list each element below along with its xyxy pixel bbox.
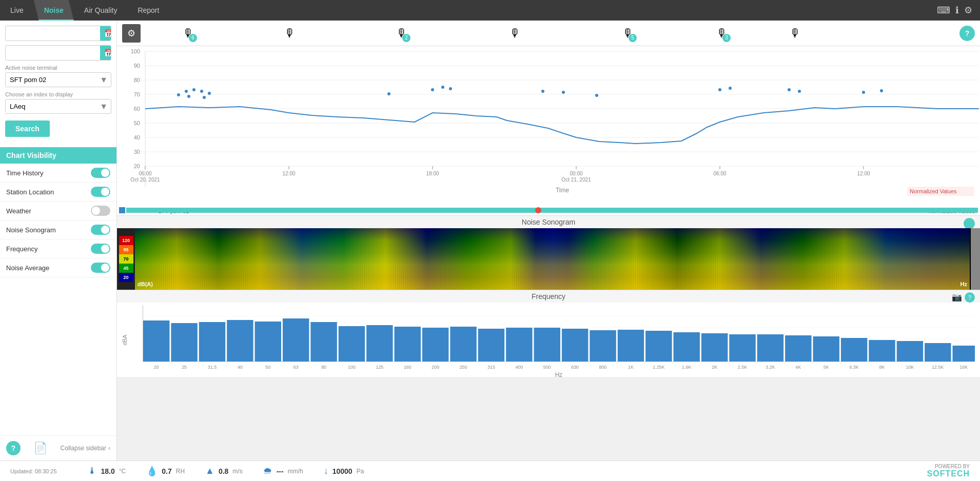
temperature-unit: °C bbox=[119, 468, 126, 475]
mic-station-7[interactable]: 🎙 bbox=[762, 27, 829, 40]
mic-icon-wrap-1: 🎙 6 bbox=[183, 27, 194, 40]
sonogram-toggle-btn[interactable] bbox=[964, 218, 975, 229]
sidebar-controls: 10-20-2021 📅 10-27-2021 📅 Active noise t… bbox=[0, 21, 116, 142]
keyboard-icon[interactable]: ⌨ bbox=[937, 5, 950, 16]
search-button[interactable]: Search bbox=[5, 121, 50, 137]
svg-text:80: 80 bbox=[321, 365, 326, 370]
rain-item: 🌧 --- mm/h bbox=[263, 466, 303, 476]
temperature-item: 🌡 18.0 °C bbox=[88, 466, 126, 476]
tab-report[interactable]: Report bbox=[127, 0, 169, 21]
svg-point-50 bbox=[718, 88, 721, 91]
svg-text:25: 25 bbox=[182, 365, 187, 370]
svg-point-53 bbox=[798, 90, 801, 93]
toggle-station-location[interactable] bbox=[91, 187, 110, 197]
sonogram-section: Noise Sonogram 120 95 70 45 20 bbox=[117, 215, 980, 290]
svg-rect-97 bbox=[925, 343, 951, 362]
chart-toolbar: ⚙ 🎙 6 🎙 🎙 2 🎙 bbox=[117, 21, 980, 46]
toolbar-gear-btn[interactable]: ⚙ bbox=[122, 24, 141, 43]
svg-text:80: 80 bbox=[134, 77, 140, 83]
svg-text:18:00: 18:00 bbox=[426, 171, 439, 176]
mic-station-6[interactable]: 🎙 3 bbox=[686, 27, 758, 40]
svg-rect-77 bbox=[366, 325, 393, 362]
svg-text:250: 250 bbox=[460, 365, 467, 370]
toolbar-help-btn[interactable]: ? bbox=[959, 26, 975, 41]
svg-rect-76 bbox=[339, 326, 365, 362]
terminal-label: Active noise terminal bbox=[5, 65, 111, 71]
sonogram-scrollbar[interactable] bbox=[971, 228, 980, 290]
date-to-field[interactable]: 10-27-2021 📅 bbox=[5, 45, 111, 61]
info-icon[interactable]: ℹ bbox=[955, 5, 959, 16]
timeline-marker[interactable] bbox=[535, 207, 541, 213]
svg-text:630: 630 bbox=[571, 365, 579, 370]
svg-point-52 bbox=[788, 88, 791, 91]
terminal-select-wrapper[interactable]: SFT pom 02 ▼ bbox=[5, 72, 111, 87]
toggle-noise-average[interactable] bbox=[91, 263, 110, 273]
temperature-value: 18.0 bbox=[101, 467, 115, 475]
chart-visibility-header: Chart Visibility bbox=[0, 147, 116, 164]
date-from-calendar-btn[interactable]: 📅 bbox=[100, 26, 111, 41]
svg-rect-90 bbox=[729, 334, 755, 362]
date-to-calendar-btn[interactable]: 📅 bbox=[100, 46, 111, 60]
svg-rect-89 bbox=[701, 333, 728, 362]
svg-text:Oct 21, 2021: Oct 21, 2021 bbox=[561, 177, 591, 183]
svg-text:Normalized Values: Normalized Values bbox=[910, 188, 957, 194]
time-history-svg: 100 90 80 70 60 50 40 30 20 bbox=[117, 46, 980, 205]
toggle-label-noise-sonogram: Noise Sonogram bbox=[6, 226, 56, 234]
frequency-title: Frequency bbox=[532, 292, 565, 300]
svg-text:50: 50 bbox=[265, 365, 270, 370]
timeline-bar[interactable] bbox=[126, 208, 978, 213]
mic-station-3[interactable]: 🎙 2 bbox=[348, 27, 456, 40]
settings-icon[interactable]: ⚙ bbox=[964, 5, 972, 16]
index-select-wrapper[interactable]: LAeq ▼ bbox=[5, 99, 111, 114]
svg-text:16K: 16K bbox=[959, 365, 968, 370]
svg-text:100: 100 bbox=[348, 365, 356, 370]
svg-text:2.5K: 2.5K bbox=[738, 365, 747, 370]
svg-rect-78 bbox=[395, 327, 421, 362]
scale-45: 45 bbox=[119, 264, 133, 273]
svg-text:400: 400 bbox=[515, 365, 523, 370]
svg-rect-91 bbox=[757, 334, 783, 362]
camera-icon[interactable]: 📷 bbox=[952, 292, 962, 302]
mic-station-1[interactable]: 🎙 6 bbox=[145, 27, 232, 40]
toggle-time-history[interactable] bbox=[91, 168, 110, 178]
svg-text:20: 20 bbox=[154, 365, 159, 370]
top-navigation: Live Noise Air Quality Report ⌨ ℹ ⚙ bbox=[0, 0, 980, 21]
sidebar: 10-20-2021 📅 10-27-2021 📅 Active noise t… bbox=[0, 21, 117, 460]
toggle-frequency[interactable] bbox=[91, 244, 110, 254]
mic-station-4[interactable]: 🎙 bbox=[460, 27, 570, 40]
terminal-select[interactable]: SFT pom 02 bbox=[6, 73, 96, 87]
mic-station-2[interactable]: 🎙 bbox=[236, 27, 344, 40]
help-icon[interactable]: ? bbox=[6, 441, 21, 455]
date-from-input[interactable]: 10-20-2021 bbox=[6, 27, 100, 41]
svg-rect-74 bbox=[283, 318, 309, 362]
toggle-weather[interactable] bbox=[91, 206, 110, 216]
svg-text:40: 40 bbox=[134, 134, 140, 141]
date-from-field[interactable]: 10-20-2021 📅 bbox=[5, 26, 111, 41]
wind-value: 0.8 bbox=[219, 467, 228, 475]
svg-point-36 bbox=[177, 93, 180, 96]
svg-text:06:00: 06:00 bbox=[713, 171, 726, 176]
svg-text:50: 50 bbox=[134, 120, 140, 126]
tab-air-quality[interactable]: Air Quality bbox=[74, 0, 128, 21]
mic-icon-7: 🎙 bbox=[790, 27, 801, 40]
svg-point-42 bbox=[203, 96, 206, 99]
svg-text:63: 63 bbox=[293, 365, 299, 370]
sidebar-bottom: ? 📄 Collapse sidebar ‹ bbox=[0, 435, 116, 460]
svg-point-55 bbox=[880, 89, 883, 92]
tab-live[interactable]: Live bbox=[0, 0, 34, 21]
toggle-label-frequency: Frequency bbox=[6, 245, 37, 253]
date-to-input[interactable]: 10-27-2021 bbox=[6, 46, 100, 60]
tab-noise[interactable]: Noise bbox=[34, 0, 74, 21]
content-area: ⚙ 🎙 6 🎙 🎙 2 🎙 bbox=[117, 21, 980, 460]
toggle-noise-sonogram[interactable] bbox=[91, 225, 110, 235]
frequency-x-label: Hz bbox=[143, 371, 975, 378]
humidity-icon: 💧 bbox=[146, 466, 158, 477]
collapse-sidebar-btn[interactable]: Collapse sidebar ‹ bbox=[61, 445, 110, 452]
mic-station-5[interactable]: 🎙 5 bbox=[574, 27, 682, 40]
pdf-icon[interactable]: 📄 bbox=[33, 442, 47, 455]
frequency-help-btn[interactable]: ? bbox=[965, 292, 975, 303]
index-select[interactable]: LAeq bbox=[6, 99, 96, 113]
index-select-arrow: ▼ bbox=[96, 102, 111, 111]
svg-point-37 bbox=[185, 90, 188, 93]
svg-text:Oct 20, 2021: Oct 20, 2021 bbox=[130, 177, 160, 183]
